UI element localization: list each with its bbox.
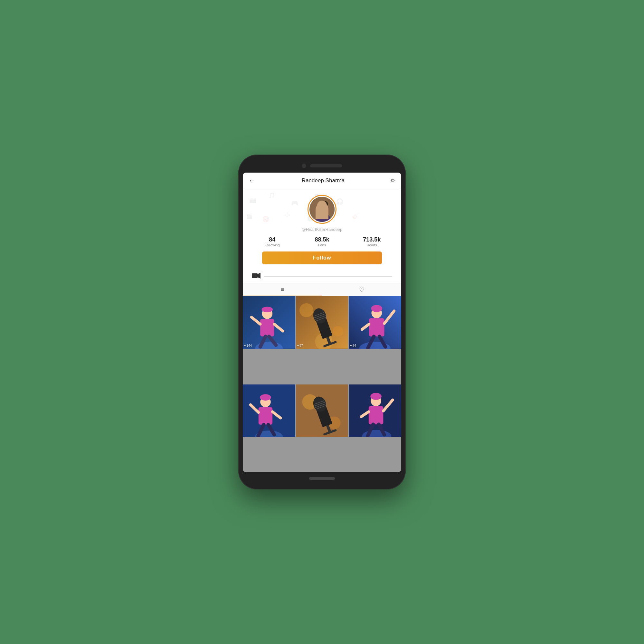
avatar-wrapper: [247, 195, 397, 224]
page-title: Randeep Sharma: [302, 177, 345, 184]
grid-item-1-bg: [243, 296, 295, 349]
svg-rect-18: [252, 273, 258, 278]
svg-rect-73: [369, 406, 384, 424]
back-button[interactable]: ←: [249, 176, 256, 185]
grid-item-5-bg: [296, 384, 348, 437]
grid-item-5[interactable]: [296, 384, 348, 437]
grid-item-2-likes: ♥ 97: [297, 344, 303, 347]
stat-following-label: Following: [247, 243, 297, 247]
video-camera-icon[interactable]: [252, 272, 261, 281]
svg-point-13: [318, 201, 328, 207]
svg-point-11: [309, 197, 335, 222]
grid-item-6-bg: [349, 384, 401, 437]
stat-fans-label: Fans: [297, 243, 347, 247]
stat-hearts-value: 713.5k: [347, 236, 397, 243]
tab-likes[interactable]: ♡: [322, 283, 401, 296]
heart-icon-2: ♥: [297, 344, 299, 347]
svg-point-31: [333, 326, 343, 336]
stat-fans-value: 88.5k: [297, 236, 347, 243]
heart-icon-3: ♥: [350, 344, 352, 347]
follow-button[interactable]: Follow: [262, 251, 382, 264]
phone-screen: ← Randeep Sharma ✏ 📷 🎵 🎮 📱 🎧 🎬 🎯 🕹 📺: [243, 173, 401, 472]
speaker-bar: [310, 164, 342, 167]
content-tabs: ≡ ♡: [243, 283, 401, 296]
grid-item-3[interactable]: ♥ 84: [349, 296, 401, 349]
svg-point-14: [316, 213, 330, 222]
tab-underline: [264, 276, 392, 277]
svg-point-30: [299, 303, 313, 317]
camera-dot: [302, 164, 306, 168]
app-header: ← Randeep Sharma ✏: [243, 173, 401, 189]
grid-item-3-likes: ♥ 84: [350, 344, 356, 347]
tab-videos[interactable]: ≡: [243, 283, 322, 296]
username-handle: @HeartKillerRandeep: [247, 227, 397, 232]
stat-hearts-label: Hearts: [347, 243, 397, 247]
svg-point-16: [320, 207, 322, 208]
stat-following-value: 84: [247, 236, 297, 243]
video-tab-section: [247, 270, 397, 283]
grid-item-4-bg: [243, 384, 295, 437]
phone-device: ← Randeep Sharma ✏ 📷 🎵 🎮 📱 🎧 🎬 🎯 🕹 📺: [238, 155, 406, 489]
grid-item-6[interactable]: [349, 384, 401, 437]
svg-rect-44: [369, 318, 384, 336]
profile-section: 📷 🎵 🎮 📱 🎧 🎬 🎯 🕹 📺 🎤 🎸: [243, 189, 401, 283]
svg-point-12: [318, 203, 328, 213]
svg-point-24: [262, 307, 273, 312]
svg-rect-23: [260, 319, 274, 336]
grid-item-1[interactable]: ♥ 144: [243, 296, 295, 349]
svg-point-45: [371, 305, 383, 312]
stat-following: 84 Following: [247, 236, 297, 247]
svg-point-74: [371, 393, 382, 400]
grid-item-3-bg: [349, 296, 401, 349]
svg-point-54: [260, 394, 271, 401]
edit-button[interactable]: ✏: [391, 177, 395, 184]
avatar: [309, 197, 335, 222]
videos-tab-icon: ≡: [280, 286, 284, 293]
home-indicator[interactable]: [309, 477, 335, 480]
video-grid: ♥ 144: [243, 296, 401, 472]
phone-top-bar: [243, 159, 401, 173]
phone-bottom-bar: [243, 472, 401, 485]
grid-item-2-bg: [296, 296, 348, 349]
likes-tab-icon: ♡: [359, 286, 365, 294]
grid-item-1-likes: ♥ 144: [244, 344, 252, 347]
stats-row: 84 Following 88.5k Fans 713.5k Hearts: [247, 236, 397, 247]
grid-item-4[interactable]: [243, 384, 295, 437]
heart-icon-1: ♥: [244, 344, 246, 347]
svg-rect-53: [259, 407, 272, 424]
svg-point-17: [324, 207, 326, 208]
avatar-ring: [308, 195, 336, 224]
svg-marker-19: [258, 273, 260, 279]
stat-fans: 88.5k Fans: [297, 236, 347, 247]
grid-item-2[interactable]: ♥ 97: [296, 296, 348, 349]
stat-hearts: 713.5k Hearts: [347, 236, 397, 247]
svg-marker-15: [320, 214, 326, 218]
